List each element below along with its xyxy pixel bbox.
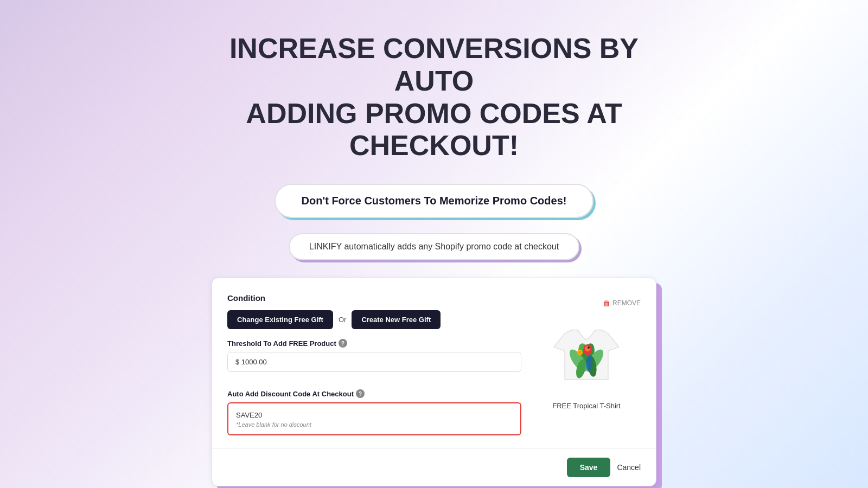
main-card-wrapper: Condition Change Existing Free Gift Or C…	[212, 278, 656, 486]
product-image	[543, 312, 630, 399]
discount-box: *Leave blank for no discount	[227, 402, 521, 435]
discount-input[interactable]	[236, 411, 513, 419]
svg-point-5	[585, 346, 590, 351]
remove-button[interactable]: 🗑 REMOVE	[603, 299, 641, 307]
threshold-input[interactable]	[227, 352, 521, 372]
condition-label: Condition	[227, 293, 521, 303]
tshirt-svg	[548, 317, 624, 393]
discount-info-icon: ?	[356, 389, 365, 398]
trash-icon: 🗑	[603, 299, 610, 307]
pill-secondary: LINKIFY automatically adds any Shopify p…	[289, 233, 579, 260]
or-label: Or	[339, 316, 346, 324]
gift-button-group: Change Existing Free Gift Or Create New …	[227, 310, 521, 329]
create-gift-button[interactable]: Create New Free Gift	[352, 310, 441, 329]
discount-label: Auto Add Discount Code At Checkout ?	[227, 389, 521, 398]
card-footer: Save Cancel	[212, 448, 656, 486]
save-button[interactable]: Save	[567, 458, 611, 477]
discount-label-row: Auto Add Discount Code At Checkout ? *Le…	[227, 389, 521, 435]
svg-point-6	[588, 346, 590, 349]
product-name: FREE Tropical T-Shirt	[552, 402, 620, 410]
headline: INCREASE CONVERSIONS BY AUTO ADDING PROM…	[190, 33, 678, 184]
change-gift-button[interactable]: Change Existing Free Gift	[227, 310, 333, 329]
card-right: 🗑 REMOVE	[532, 293, 641, 440]
threshold-row: Threshold To Add FREE Product ?	[227, 339, 521, 381]
main-card: Condition Change Existing Free Gift Or C…	[212, 278, 656, 486]
card-left: Condition Change Existing Free Gift Or C…	[227, 293, 521, 440]
threshold-info-icon: ?	[339, 339, 347, 348]
svg-point-8	[578, 351, 582, 354]
card-body: Condition Change Existing Free Gift Or C…	[212, 278, 656, 440]
pill-primary: Don't Force Customers To Memorize Promo …	[275, 184, 594, 218]
discount-hint: *Leave blank for no discount	[236, 421, 513, 428]
cancel-button[interactable]: Cancel	[617, 463, 641, 472]
threshold-label: Threshold To Add FREE Product ?	[227, 339, 521, 348]
